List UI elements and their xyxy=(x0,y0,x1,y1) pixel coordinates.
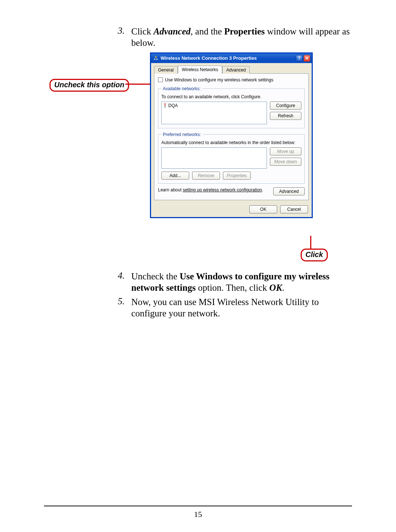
dialog-footer: OK Cancel xyxy=(151,203,312,217)
available-networks-group: Available networks: To connect to an ava… xyxy=(158,86,305,128)
text: Click xyxy=(131,26,153,36)
svg-rect-0 xyxy=(154,58,155,60)
add-button[interactable]: Add... xyxy=(161,172,189,180)
move-down-button[interactable]: Move down xyxy=(270,158,301,166)
step-4-number: 4. xyxy=(114,271,131,281)
step-4-text: Uncheck the Use Windows to configure my … xyxy=(131,271,352,294)
svg-rect-1 xyxy=(156,58,158,60)
refresh-button[interactable]: Refresh xyxy=(270,112,301,120)
help-button[interactable]: ? xyxy=(296,55,302,62)
text: . xyxy=(262,187,263,192)
tab-panel-wireless: Use Windows to configure my wireless net… xyxy=(154,73,309,200)
svg-point-2 xyxy=(155,56,157,58)
tabs-row: General Wireless Networks Advanced xyxy=(151,63,312,73)
list-item[interactable]: DQA xyxy=(163,103,265,109)
remove-button[interactable]: Remove xyxy=(192,172,220,180)
preferred-networks-desc: Automatically connect to available netwo… xyxy=(161,140,301,145)
page-footer-rule xyxy=(44,506,352,506)
svg-point-3 xyxy=(165,104,166,105)
learn-row: Learn about setting up wireless network … xyxy=(158,187,305,195)
step-5-text: Now, you can use MSI Wireless Network Ut… xyxy=(131,296,352,319)
step-4: 4. Uncheck the Use Windows to configure … xyxy=(114,271,352,294)
use-windows-checkbox-row: Use Windows to configure my wireless net… xyxy=(158,77,305,82)
available-networks-desc: To connect to an available network, clic… xyxy=(161,94,301,99)
dialog-title: Wireless Network Connection 3 Properties xyxy=(161,55,295,61)
figure-container: Uncheck this option Wireless Network Con… xyxy=(115,52,372,261)
callout-connector-line xyxy=(310,236,311,250)
step-3-number: 3. xyxy=(114,26,131,36)
preferred-networks-group: Preferred networks: Automatically connec… xyxy=(158,132,305,184)
advanced-button[interactable]: Advanced xyxy=(273,187,305,195)
preferred-networks-legend: Preferred networks: xyxy=(161,132,203,137)
cancel-button[interactable]: Cancel xyxy=(280,205,308,213)
tab-general[interactable]: General xyxy=(154,66,178,74)
available-networks-list[interactable]: DQA xyxy=(161,102,267,124)
ok-button[interactable]: OK xyxy=(249,205,277,213)
text-bold: Properties xyxy=(224,26,265,36)
use-windows-checkbox-label: Use Windows to configure my wireless net… xyxy=(165,77,273,82)
close-button[interactable]: ✕ xyxy=(304,55,310,62)
text-bold-italic: OK xyxy=(270,283,282,293)
text: , and the xyxy=(191,26,224,36)
antenna-icon xyxy=(163,103,167,108)
tab-wireless-networks[interactable]: Wireless Networks xyxy=(178,66,222,74)
properties-button[interactable]: Properties xyxy=(223,172,251,180)
learn-link[interactable]: setting up wireless network configuratio… xyxy=(183,187,262,192)
text: . xyxy=(282,283,284,293)
tab-advanced[interactable]: Advanced xyxy=(222,66,250,74)
list-item-label: DQA xyxy=(168,103,178,108)
learn-text: Learn about setting up wireless network … xyxy=(158,187,263,192)
configure-button[interactable]: Configure xyxy=(270,102,301,110)
step-3: 3. Click Advanced, and the Properties wi… xyxy=(114,26,352,49)
text: Uncheck the xyxy=(131,271,180,281)
dialog-titlebar[interactable]: Wireless Network Connection 3 Properties… xyxy=(151,54,312,63)
preferred-networks-list[interactable] xyxy=(161,147,267,169)
text: Learn about xyxy=(158,187,183,192)
text: option. Then, click xyxy=(196,283,270,293)
callout-click: Click xyxy=(301,249,328,261)
move-up-button[interactable]: Move up xyxy=(270,147,301,155)
properties-dialog: Wireless Network Connection 3 Properties… xyxy=(150,52,313,218)
available-networks-legend: Available networks: xyxy=(161,86,202,91)
step-5: 5. Now, you can use MSI Wireless Network… xyxy=(114,296,352,319)
page-number: 15 xyxy=(0,510,396,519)
use-windows-checkbox[interactable] xyxy=(158,77,163,82)
callout-uncheck-this-option: Uncheck this option xyxy=(50,79,129,92)
step-3-text: Click Advanced, and the Properties windo… xyxy=(131,26,352,49)
text-bold-italic: Advanced xyxy=(153,26,190,36)
step-5-number: 5. xyxy=(114,296,131,307)
network-icon xyxy=(153,56,158,61)
text: Now, you can use MSI Wireless Network Ut… xyxy=(131,297,319,318)
